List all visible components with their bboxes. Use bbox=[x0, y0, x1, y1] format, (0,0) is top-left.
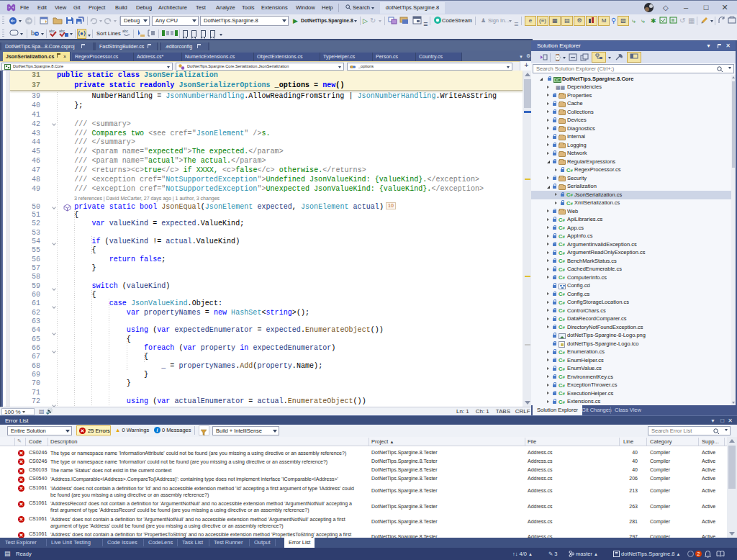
svg-text:abc: abc bbox=[49, 29, 55, 33]
svg-text:abc: abc bbox=[122, 29, 129, 33]
svg-text:b: b bbox=[31, 30, 35, 37]
